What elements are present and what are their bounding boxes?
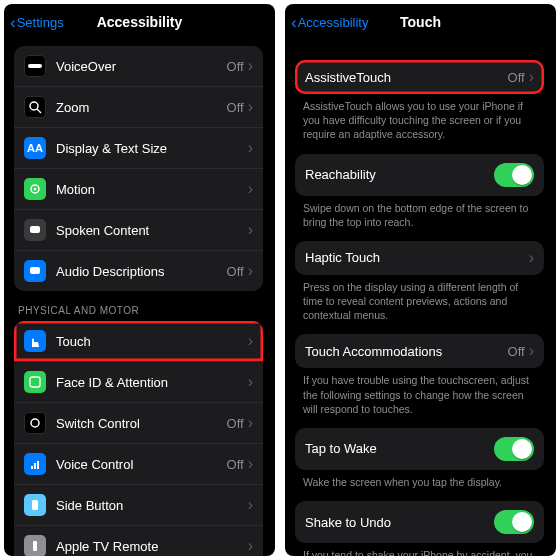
tap-to-wake-group: Tap to Wake bbox=[295, 428, 544, 470]
row-value: Off bbox=[227, 264, 244, 279]
row-touch[interactable]: Touch › bbox=[14, 321, 263, 361]
shake-to-undo-group: Shake to Undo bbox=[295, 501, 544, 543]
row-tap-to-wake[interactable]: Tap to Wake bbox=[295, 428, 544, 470]
row-reachability[interactable]: Reachability bbox=[295, 154, 544, 196]
reachability-desc: Swipe down on the bottom edge of the scr… bbox=[285, 196, 554, 241]
chevron-right-icon: › bbox=[248, 181, 253, 197]
chevron-right-icon: › bbox=[248, 140, 253, 156]
row-label: Reachability bbox=[305, 167, 494, 182]
row-haptic-touch[interactable]: Haptic Touch › bbox=[295, 241, 544, 275]
back-button[interactable]: ‹ Settings bbox=[10, 14, 64, 31]
svg-line-2 bbox=[37, 109, 41, 113]
row-touch-accommodations[interactable]: Touch Accommodations Off › bbox=[295, 334, 544, 368]
chevron-right-icon: › bbox=[529, 250, 534, 266]
nav-header: ‹ Accessibility Touch bbox=[285, 4, 556, 40]
svg-rect-5 bbox=[30, 226, 40, 233]
remote-icon bbox=[24, 535, 46, 556]
svg-rect-7 bbox=[30, 377, 40, 387]
chevron-right-icon: › bbox=[248, 538, 253, 554]
tap-to-wake-toggle[interactable] bbox=[494, 437, 534, 461]
row-faceid[interactable]: Face ID & Attention › bbox=[14, 361, 263, 402]
row-voice-control[interactable]: Voice Control Off › bbox=[14, 443, 263, 484]
chevron-right-icon: › bbox=[248, 99, 253, 115]
reachability-toggle[interactable] bbox=[494, 163, 534, 187]
page-title: Accessibility bbox=[97, 14, 183, 30]
chevron-right-icon: › bbox=[248, 456, 253, 472]
chevron-left-icon: ‹ bbox=[10, 14, 16, 31]
row-motion[interactable]: Motion › bbox=[14, 168, 263, 209]
tap-to-wake-desc: Wake the screen when you tap the display… bbox=[285, 470, 554, 501]
svg-rect-12 bbox=[32, 500, 38, 510]
row-label: Tap to Wake bbox=[305, 441, 494, 456]
row-shake-to-undo[interactable]: Shake to Undo bbox=[295, 501, 544, 543]
chevron-right-icon: › bbox=[248, 58, 253, 74]
touch-icon bbox=[24, 330, 46, 352]
row-value: Off bbox=[227, 59, 244, 74]
nav-header: ‹ Settings Accessibility bbox=[4, 4, 275, 40]
switch-control-icon bbox=[24, 412, 46, 434]
row-value: Off bbox=[227, 100, 244, 115]
row-label: Motion bbox=[56, 182, 248, 197]
row-label: Switch Control bbox=[56, 416, 227, 431]
row-label: Audio Descriptions bbox=[56, 264, 227, 279]
chevron-right-icon: › bbox=[529, 69, 534, 85]
chevron-right-icon: › bbox=[248, 222, 253, 238]
row-side-button[interactable]: Side Button › bbox=[14, 484, 263, 525]
svg-point-4 bbox=[34, 188, 37, 191]
row-label: AssistiveTouch bbox=[305, 70, 508, 85]
haptic-touch-desc: Press on the display using a different l… bbox=[285, 275, 554, 335]
svg-point-1 bbox=[30, 102, 38, 110]
svg-rect-9 bbox=[31, 466, 33, 469]
vision-group: VoiceOver Off › Zoom Off › AA Display & … bbox=[14, 46, 263, 291]
row-label: Face ID & Attention bbox=[56, 375, 248, 390]
phone-accessibility: ‹ Settings Accessibility VoiceOver Off ›… bbox=[4, 4, 275, 556]
row-spoken-content[interactable]: Spoken Content › bbox=[14, 209, 263, 250]
svg-rect-10 bbox=[34, 463, 36, 469]
page-title: Touch bbox=[400, 14, 441, 30]
row-label: Touch Accommodations bbox=[305, 344, 508, 359]
row-label: Shake to Undo bbox=[305, 515, 494, 530]
shake-to-undo-toggle[interactable] bbox=[494, 510, 534, 534]
assistivetouch-group: AssistiveTouch Off › bbox=[295, 60, 544, 94]
spoken-content-icon bbox=[24, 219, 46, 241]
voiceover-icon bbox=[24, 55, 46, 77]
audio-descriptions-icon bbox=[24, 260, 46, 282]
row-switch-control[interactable]: Switch Control Off › bbox=[14, 402, 263, 443]
chevron-left-icon: ‹ bbox=[291, 14, 297, 31]
row-display-text-size[interactable]: AA Display & Text Size › bbox=[14, 127, 263, 168]
voice-control-icon bbox=[24, 453, 46, 475]
row-apple-tv-remote[interactable]: Apple TV Remote › bbox=[14, 525, 263, 556]
row-assistivetouch[interactable]: AssistiveTouch Off › bbox=[295, 60, 544, 94]
display-text-icon: AA bbox=[24, 137, 46, 159]
row-label: Apple TV Remote bbox=[56, 539, 248, 554]
chevron-right-icon: › bbox=[248, 374, 253, 390]
row-audio-descriptions[interactable]: Audio Descriptions Off › bbox=[14, 250, 263, 291]
svg-rect-13 bbox=[33, 541, 37, 551]
back-button[interactable]: ‹ Accessibility bbox=[291, 14, 368, 31]
row-value: Off bbox=[508, 70, 525, 85]
row-value: Off bbox=[227, 457, 244, 472]
assistivetouch-desc: AssistiveTouch allows you to use your iP… bbox=[285, 94, 554, 154]
row-zoom[interactable]: Zoom Off › bbox=[14, 86, 263, 127]
faceid-icon bbox=[24, 371, 46, 393]
row-label: Side Button bbox=[56, 498, 248, 513]
row-label: Spoken Content bbox=[56, 223, 248, 238]
phone-touch: ‹ Accessibility Touch AssistiveTouch Off… bbox=[285, 4, 556, 556]
touch-accommodations-desc: If you have trouble using the touchscree… bbox=[285, 368, 554, 428]
svg-point-8 bbox=[31, 419, 39, 427]
chevron-right-icon: › bbox=[248, 415, 253, 431]
shake-to-undo-desc: If you tend to shake your iPhone by acci… bbox=[285, 543, 554, 556]
svg-rect-6 bbox=[30, 267, 40, 274]
touch-accommodations-group: Touch Accommodations Off › bbox=[295, 334, 544, 368]
row-value: Off bbox=[227, 416, 244, 431]
row-label: Display & Text Size bbox=[56, 141, 248, 156]
row-label: Touch bbox=[56, 334, 248, 349]
section-header-physical: PHYSICAL AND MOTOR bbox=[4, 291, 273, 321]
chevron-right-icon: › bbox=[248, 263, 253, 279]
back-label: Accessibility bbox=[298, 15, 369, 30]
chevron-right-icon: › bbox=[248, 497, 253, 513]
side-button-icon bbox=[24, 494, 46, 516]
motion-icon bbox=[24, 178, 46, 200]
chevron-right-icon: › bbox=[248, 333, 253, 349]
row-voiceover[interactable]: VoiceOver Off › bbox=[14, 46, 263, 86]
